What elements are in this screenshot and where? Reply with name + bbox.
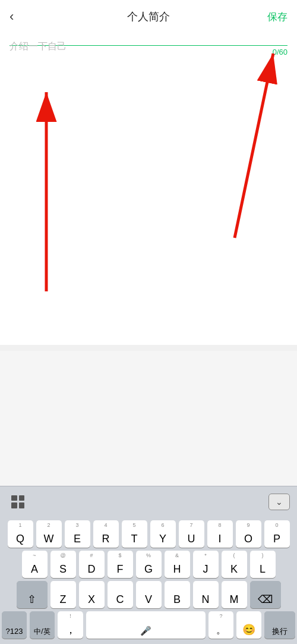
nav-bar: ‹ 个人简介 保存	[0, 0, 297, 33]
key-k[interactable]: (K	[222, 551, 247, 578]
key-i[interactable]: 8I	[207, 520, 233, 548]
keyboard-toolbar: ⌄	[0, 486, 297, 517]
return-key[interactable]: 换行	[264, 611, 295, 639]
key-n[interactable]: N	[193, 581, 219, 608]
key-g[interactable]: %G	[136, 551, 162, 578]
num-key[interactable]: ?123	[2, 611, 27, 639]
emoji-key[interactable]: 😊	[236, 611, 261, 639]
key-row-3: ⇧ Z X C V B N M ⌫	[2, 581, 295, 608]
key-row-1: 1Q 2W 3E 4R 5T 6Y 7U 8I 9O 0P	[2, 520, 295, 548]
keyboard-collapse-button[interactable]: ⌄	[268, 494, 290, 510]
key-v[interactable]: V	[136, 581, 162, 608]
key-s[interactable]: @S	[50, 551, 76, 578]
svg-line-3	[235, 54, 273, 238]
back-button[interactable]: ‹	[10, 9, 33, 24]
grid-cell	[19, 495, 25, 501]
bio-input-area[interactable]: 介绍一下自己 0/60	[0, 33, 297, 46]
key-l[interactable]: )L	[250, 551, 276, 578]
delete-button[interactable]: ⌫	[250, 581, 281, 608]
key-p[interactable]: 0P	[264, 520, 290, 548]
save-button[interactable]: 保存	[264, 10, 287, 24]
space-key[interactable]: 🎤	[86, 611, 206, 639]
separator	[0, 345, 297, 351]
key-y[interactable]: 6Y	[150, 520, 176, 548]
chevron-down-icon: ⌄	[276, 498, 283, 506]
key-w[interactable]: 2W	[36, 520, 62, 548]
key-row-2: ~A @S #D $F %G &H *J (K )L	[2, 551, 295, 578]
key-z[interactable]: Z	[50, 581, 76, 608]
keyboard-keys: 1Q 2W 3E 4R 5T 6Y 7U 8I 9O 0P ~A @S #D $…	[0, 517, 297, 644]
key-f[interactable]: $F	[108, 551, 133, 578]
grid-cell	[11, 495, 17, 501]
grid-cell	[19, 502, 25, 508]
key-r[interactable]: 4R	[93, 520, 119, 548]
grid-cell	[11, 502, 17, 508]
key-c[interactable]: C	[108, 581, 133, 608]
period-key[interactable]: ? 。	[208, 611, 233, 639]
key-b[interactable]: B	[165, 581, 190, 608]
bio-placeholder: 介绍一下自己	[10, 40, 67, 53]
key-j[interactable]: *J	[193, 551, 219, 578]
key-e[interactable]: 3E	[65, 520, 90, 548]
key-d[interactable]: #D	[79, 551, 105, 578]
comma-key[interactable]: ！ ，	[58, 611, 83, 639]
grid-icon-button[interactable]	[7, 491, 29, 513]
bio-counter: 0/60	[273, 48, 287, 56]
key-a[interactable]: ~A	[22, 551, 48, 578]
grid-icon	[11, 495, 24, 508]
lang-switch-key[interactable]: 中/英	[30, 611, 55, 639]
shift-button[interactable]: ⇧	[17, 581, 48, 608]
page-title: 个人简介	[127, 10, 170, 24]
key-o[interactable]: 9O	[236, 520, 261, 548]
key-u[interactable]: 7U	[179, 520, 204, 548]
key-t[interactable]: 5T	[122, 520, 147, 548]
key-m[interactable]: M	[222, 581, 247, 608]
key-row-4: ?123 中/英 ！ ， 🎤 ? 。 😊 换行	[2, 611, 295, 639]
key-h[interactable]: &H	[165, 551, 190, 578]
keyboard: ⌄ 1Q 2W 3E 4R 5T 6Y 7U 8I 9O 0P ~A @S #D…	[0, 486, 297, 644]
key-q[interactable]: 1Q	[8, 520, 33, 548]
key-x[interactable]: X	[79, 581, 105, 608]
